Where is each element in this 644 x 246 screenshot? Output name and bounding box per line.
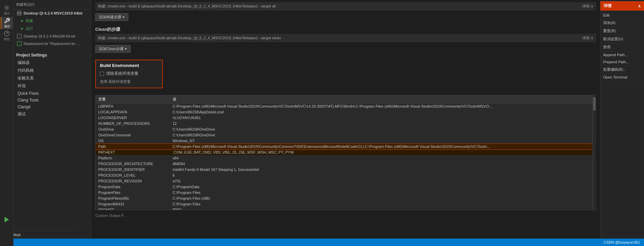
- right-panel-header-label: 详情: [603, 3, 612, 9]
- settings-item-tests[interactable]: 测试: [14, 110, 91, 118]
- table-row[interactable]: PROCESSOR_IDENTIFIERIntel64 Family 6 Mod…: [96, 167, 592, 173]
- right-btn-reset[interactable]: 重置(R): [600, 27, 644, 35]
- kit-mingw-label: Desktop Qt 6.2.4 MinGW 64-bit: [24, 34, 75, 38]
- kit-item-build[interactable]: 构建: [14, 17, 91, 25]
- sidebar-project-label: 项目: [4, 24, 10, 29]
- settings-item-deps[interactable]: 依赖关系: [14, 74, 91, 82]
- right-btn-cancel-set[interactable]: 取消设置(U): [600, 35, 644, 43]
- right-btn-prepend-path[interactable]: Prepend Path...: [600, 59, 644, 66]
- env-var-name: OneDrive: [96, 127, 170, 132]
- footer-text: CSDN @luoyayun361: [603, 240, 640, 244]
- env-var-name: PROCESSOR_REVISION: [96, 178, 170, 184]
- clear-sys-env-checkbox[interactable]: [100, 72, 104, 76]
- table-row[interactable]: PROMPT$P$G: [96, 207, 592, 210]
- kit-run-label: 运行: [26, 26, 33, 31]
- table-row[interactable]: PATHEXT.COM;.EXE;.BAT;.CMD;.VBS;.VBE;.JS…: [96, 150, 592, 155]
- env-var-name: LOGONSERVER: [96, 115, 170, 121]
- right-btn-batch-edit[interactable]: 批量编辑(B)...: [600, 66, 644, 74]
- env-var-name: NUMBER_OF_PROCESSORS: [96, 121, 170, 127]
- svg-marker-7: [21, 28, 23, 30]
- env-var-name: ProgramFiles: [96, 190, 170, 196]
- sidebar-debug-label: 调试: [4, 12, 10, 16]
- add-build-step-btn[interactable]: 添加构建步骤 ▾: [95, 13, 128, 21]
- clean-cmd-text: 构建: cmake.exe --build E:/gitspace/build-…: [98, 36, 281, 41]
- env-var-value: C:\Users\86158\OneDrive: [170, 132, 592, 138]
- env-var-value: C:\Users\86158\OneDrive: [170, 127, 592, 132]
- table-row[interactable]: ProgramFilesC:\Program Files: [96, 190, 592, 196]
- project-name-label: QtMqtt: [14, 233, 21, 237]
- table-row[interactable]: PROCESSOR_LEVEL6: [96, 173, 592, 178]
- table-row[interactable]: ProgramW6432C:\Program Files: [96, 201, 592, 207]
- add-clean-step-btn[interactable]: 添加Clean步骤 ▾: [95, 45, 131, 53]
- env-var-name: OS: [96, 138, 170, 144]
- add-clean-step-container: 添加Clean步骤 ▾: [95, 44, 596, 54]
- env-var-value: C:\Program Files (x86)\Microsoft Visual …: [170, 144, 592, 150]
- table-row[interactable]: ProgramFiles(x86)C:\Program Files (x86): [96, 196, 592, 201]
- env-var-name: ProgramFiles(x86): [96, 196, 170, 201]
- env-var-name: LOCALAPPDATA: [96, 109, 170, 115]
- right-panel-chevron: ∧: [638, 4, 641, 8]
- table-row[interactable]: LOGONSERVER\\LUOYAYUN361: [96, 115, 592, 121]
- env-var-name: OneDriveConsumer: [96, 132, 170, 138]
- sidebar-help-label: 帮助: [4, 37, 10, 42]
- sidebar-item-help[interactable]: 帮助: [1, 30, 13, 42]
- table-row[interactable]: ProgramDataC:\ProgramData: [96, 184, 592, 190]
- env-table-container: 变量 值 LIBPATHC:\Program Files (x86)\Micro…: [95, 95, 593, 210]
- settings-item-clang-tools[interactable]: Clang Tools: [14, 97, 91, 104]
- settings-item-quick-fixes[interactable]: Quick Fixes: [14, 90, 91, 97]
- right-panel-header[interactable]: 详情 ∧: [600, 1, 644, 10]
- detail-link-clean[interactable]: 详情 ∨: [582, 36, 593, 41]
- project-name-row: QtMqtt: [14, 231, 78, 239]
- kit-item-msvc[interactable]: Desktop Qt 6.2.4 MSVC2019 64bit: [14, 9, 91, 17]
- sidebar-item-project[interactable]: 项目: [1, 17, 13, 29]
- table-row[interactable]: Platformx64: [96, 155, 592, 161]
- env-var-value: C:\Program Files (x86)\Microsoft Visual …: [170, 104, 592, 109]
- kit-item-replacement[interactable]: Replacement for *Replacement for *Felgo …: [14, 40, 91, 47]
- sidebar-item-debug[interactable]: 调试: [1, 4, 13, 16]
- kit-item-mingw[interactable]: Desktop Qt 6.2.4 MinGW 64-bit: [14, 32, 91, 40]
- run-button-bottom[interactable]: [1, 214, 13, 226]
- main-content: 构建: cmake.exe --build E:/gitspace/build-…: [91, 0, 600, 246]
- scrollbar-thumb: [593, 97, 596, 111]
- env-var-name: ProgramW6432: [96, 201, 170, 207]
- table-row[interactable]: PROCESSOR_ARCHITECTUREAMD64: [96, 161, 592, 167]
- right-btn-add[interactable]: 添加(A): [600, 19, 644, 27]
- detail-link-top[interactable]: 详情 ∨: [582, 4, 593, 9]
- settings-item-env[interactable]: 环境: [14, 82, 91, 90]
- table-row[interactable]: PROCESSOR_REVISIONa701: [96, 178, 592, 184]
- env-var-value: $P$G: [170, 207, 592, 210]
- svg-rect-9: [17, 42, 21, 46]
- table-row[interactable]: LIBPATHC:\Program Files (x86)\Microsoft …: [96, 104, 592, 109]
- env-var-value: a701: [170, 178, 592, 184]
- env-var-name: Path: [96, 144, 170, 150]
- right-btn-append-path[interactable]: Append Path...: [600, 51, 644, 59]
- col-val-header: 值: [170, 95, 592, 104]
- table-row[interactable]: OneDriveC:\Users\86158\OneDrive: [96, 127, 592, 132]
- env-var-value: 12: [170, 121, 592, 127]
- env-var-name: PROCESSOR_IDENTIFIER: [96, 167, 170, 173]
- svg-rect-5: [20, 12, 21, 14]
- build-env-section: Build Environment 清除系统环境变量 使用 系统环境变量: [95, 57, 596, 91]
- settings-item-code-style[interactable]: 代码风格: [14, 67, 91, 74]
- project-settings-header: Project Settings: [14, 50, 91, 59]
- table-row[interactable]: OSWindows_NT: [96, 138, 592, 144]
- settings-item-editor[interactable]: 编辑器: [14, 59, 91, 67]
- env-var-value: C:\Users\86158\AppData\Local: [170, 109, 592, 115]
- env-var-value: C:\Program Files: [170, 190, 592, 196]
- use-sys-env-label: 使用 系统环境变量: [100, 79, 158, 85]
- right-btn-open-terminal[interactable]: Open Terminal: [600, 74, 644, 81]
- right-btn-edit[interactable]: Edit: [600, 12, 644, 19]
- svg-rect-8: [17, 34, 21, 38]
- table-row[interactable]: OneDriveConsumerC:\Users\86158\OneDrive: [96, 132, 592, 138]
- table-row[interactable]: PathC:\Program Files (x86)\Microsoft Vis…: [96, 144, 592, 150]
- table-row[interactable]: NUMBER_OF_PROCESSORS12: [96, 121, 592, 127]
- env-var-name: PROCESSOR_LEVEL: [96, 173, 170, 178]
- kit-item-run[interactable]: 运行: [14, 25, 91, 32]
- project-panel-header: 构建和运行: [14, 0, 91, 9]
- table-row[interactable]: LOCALAPPDATAC:\Users\86158\AppData\Local: [96, 109, 592, 115]
- env-var-value: Intel64 Family 6 Model 167 Stepping 1, G…: [170, 167, 592, 173]
- settings-item-clangd[interactable]: Clangd: [14, 104, 91, 110]
- svg-marker-2: [5, 217, 9, 223]
- table-scrollbar[interactable]: [593, 94, 596, 211]
- right-btn-disable[interactable]: 禁用: [600, 43, 644, 51]
